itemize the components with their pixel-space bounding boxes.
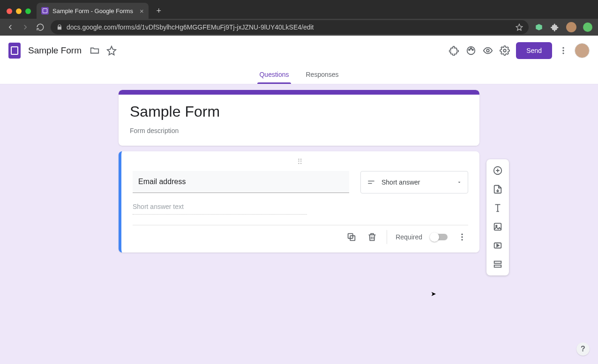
add-question-icon[interactable] (489, 162, 506, 179)
extensions-menu-icon[interactable] (550, 22, 560, 32)
svg-point-16 (496, 225, 497, 227)
svg-point-5 (504, 49, 507, 52)
svg-point-13 (461, 239, 463, 240)
delete-trash-icon[interactable] (366, 231, 378, 243)
svg-point-12 (461, 236, 463, 238)
svg-point-11 (461, 234, 463, 235)
short-answer-icon (366, 178, 376, 187)
profile-avatar-icon[interactable] (566, 22, 576, 32)
question-footer: Required (133, 225, 468, 251)
move-to-folder-icon[interactable] (89, 45, 100, 56)
browser-tab-strip: Sample Form - Google Forms × + (0, 0, 598, 19)
svg-rect-15 (494, 223, 501, 230)
svg-rect-19 (494, 265, 501, 267)
answer-preview-placeholder: Short answer text (133, 203, 307, 215)
bookmark-star-icon[interactable] (516, 23, 523, 31)
drag-handle-icon[interactable]: ⠿ (133, 160, 468, 168)
settings-gear-icon[interactable] (499, 45, 510, 56)
help-button[interactable]: ? (576, 342, 590, 356)
forward-icon[interactable] (21, 22, 30, 32)
browser-tab[interactable]: Sample Form - Google Forms × (37, 3, 149, 19)
question-text-input[interactable] (133, 171, 349, 193)
tab-questions[interactable]: Questions (257, 66, 291, 84)
add-section-icon[interactable] (489, 256, 506, 273)
extension-icon[interactable] (534, 22, 544, 32)
back-icon[interactable] (6, 22, 15, 32)
required-toggle[interactable] (431, 234, 448, 240)
form-canvas: Sample Form Form description ⠿ Short ans… (0, 84, 598, 364)
more-vert-icon[interactable] (558, 45, 569, 56)
window-traffic-lights (4, 8, 37, 19)
add-title-icon[interactable] (489, 200, 506, 216)
profile-badge-icon[interactable] (583, 22, 592, 32)
browser-extensions (534, 22, 592, 32)
tab-responses[interactable]: Responses (304, 66, 341, 84)
window-close-button[interactable] (7, 8, 12, 14)
browser-toolbar: docs.google.com/forms/d/1vDfSbylhcHg6MGG… (0, 19, 598, 36)
chevron-down-icon (456, 179, 462, 185)
customize-theme-icon[interactable] (465, 45, 477, 56)
add-video-icon[interactable] (489, 237, 506, 254)
browser-tab-title: Sample Form - Google Forms (52, 7, 133, 15)
add-image-icon[interactable] (489, 218, 506, 235)
form-title-card[interactable]: Sample Form Form description (119, 90, 479, 146)
required-label: Required (396, 233, 422, 241)
star-icon[interactable] (106, 45, 117, 56)
svg-point-7 (562, 50, 564, 51)
new-tab-button[interactable]: + (152, 4, 165, 17)
address-bar[interactable]: docs.google.com/forms/d/1vDfSbylhcHg6MGG… (51, 20, 529, 34)
form-tabs: Questions Responses (0, 66, 598, 84)
preview-eye-icon[interactable] (482, 45, 493, 56)
reload-icon[interactable] (36, 22, 45, 32)
question-card[interactable]: ⠿ Short answer Short a (119, 151, 479, 253)
svg-point-2 (471, 48, 472, 49)
send-button[interactable]: Send (516, 42, 552, 59)
svg-point-4 (487, 49, 490, 52)
import-questions-icon[interactable] (489, 181, 506, 198)
svg-point-6 (562, 47, 564, 48)
account-avatar[interactable] (575, 43, 590, 58)
window-zoom-button[interactable] (25, 8, 31, 14)
form-title[interactable]: Sample Form (130, 103, 468, 120)
question-type-dropdown[interactable]: Short answer (360, 171, 468, 193)
lock-icon (56, 24, 63, 30)
vertical-divider (387, 230, 387, 244)
close-tab-icon[interactable]: × (140, 7, 144, 15)
document-title[interactable]: Sample Form (26, 45, 83, 57)
app-header: Sample Form Send (0, 36, 598, 66)
svg-rect-18 (494, 261, 501, 264)
svg-point-3 (472, 49, 474, 50)
addons-icon[interactable] (448, 45, 460, 56)
duplicate-icon[interactable] (345, 231, 358, 243)
svg-point-8 (562, 52, 564, 54)
question-type-label: Short answer (381, 178, 420, 186)
svg-point-1 (469, 49, 470, 50)
forms-favicon-icon (41, 7, 49, 15)
google-forms-logo-icon[interactable] (8, 43, 21, 59)
window-minimize-button[interactable] (16, 8, 22, 14)
question-more-icon[interactable] (456, 231, 468, 243)
form-description-placeholder[interactable]: Form description (130, 127, 468, 134)
floating-side-toolbar (486, 159, 509, 275)
url-text: docs.google.com/forms/d/1vDfSbylhcHg6MGG… (67, 23, 512, 31)
